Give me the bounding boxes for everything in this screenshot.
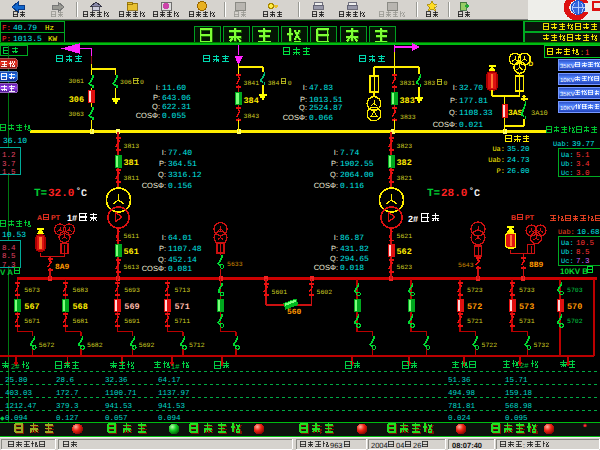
svg-text:0.021: 0.021	[459, 121, 483, 130]
svg-text:568.98: 568.98	[505, 402, 532, 411]
svg-text:8.4: 8.4	[2, 244, 16, 253]
svg-text:5722: 5722	[482, 342, 498, 349]
svg-text:COSΦ:: COSΦ:	[314, 181, 338, 190]
svg-text:32.0: 32.0	[48, 188, 74, 200]
svg-text:643.06: 643.06	[162, 94, 191, 103]
svg-text:I:: I:	[303, 83, 307, 92]
svg-text:5713: 5713	[175, 287, 191, 294]
svg-text:567: 567	[24, 302, 39, 312]
svg-text:172.7: 172.7	[56, 389, 79, 398]
svg-text:3.0: 3.0	[576, 169, 590, 178]
svg-text:403.03: 403.03	[5, 389, 33, 398]
svg-text:2#: 2#	[408, 214, 418, 224]
svg-text:3.4: 3.4	[576, 160, 590, 169]
svg-text:0.127: 0.127	[56, 414, 79, 423]
svg-text:3823: 3823	[397, 143, 413, 150]
svg-text:5721: 5721	[467, 318, 483, 325]
svg-text:3813: 3813	[124, 143, 140, 150]
svg-text:Uab:: Uab:	[488, 156, 505, 165]
svg-text:5672: 5672	[39, 342, 55, 349]
svg-text:V A: V A	[0, 268, 13, 277]
svg-text:32.36: 32.36	[105, 376, 128, 385]
svg-text:26.00: 26.00	[507, 167, 530, 176]
svg-text:A: A	[37, 215, 42, 222]
svg-text:P:: P:	[450, 96, 457, 105]
svg-text:08:07:40: 08:07:40	[452, 441, 482, 450]
svg-text:5673: 5673	[24, 287, 40, 294]
svg-text:26: 26	[413, 441, 421, 450]
svg-text:Uc:: Uc:	[561, 170, 574, 178]
svg-text:5723: 5723	[467, 287, 483, 294]
svg-text:Ub:: Ub:	[561, 248, 574, 257]
svg-text:3A10: 3A10	[531, 110, 548, 118]
svg-text:Q:: Q:	[330, 254, 338, 263]
svg-text:2004: 2004	[371, 441, 388, 450]
svg-text:1100.71: 1100.71	[105, 389, 137, 398]
svg-text:B: B	[511, 215, 516, 222]
svg-text:963: 963	[330, 441, 343, 450]
svg-text:571: 571	[175, 302, 190, 312]
svg-text:382: 382	[397, 158, 412, 168]
svg-text:2524.87: 2524.87	[309, 104, 343, 113]
svg-text:5613: 5613	[124, 264, 140, 271]
svg-text:5703: 5703	[567, 287, 583, 294]
svg-text:3AS: 3AS	[508, 109, 523, 118]
svg-text:5731: 5731	[519, 318, 535, 325]
svg-text:P:: P:	[331, 244, 338, 253]
svg-text:Ua:: Ua:	[561, 240, 574, 248]
svg-text:COSΦ:: COSΦ:	[314, 263, 338, 272]
svg-text:77.40: 77.40	[168, 149, 192, 158]
svg-text:5643: 5643	[458, 262, 474, 269]
svg-text:◆: ◆	[0, 416, 5, 422]
svg-text:24.73: 24.73	[507, 156, 530, 165]
svg-text:PT: PT	[51, 215, 61, 222]
svg-text:COSΦ:: COSΦ:	[433, 120, 457, 129]
svg-text:3841: 3841	[244, 80, 260, 87]
svg-text:1107.48: 1107.48	[168, 245, 202, 254]
svg-text:3821: 3821	[397, 175, 413, 182]
svg-text:3316.12: 3316.12	[168, 171, 202, 180]
svg-text:941.53: 941.53	[105, 402, 133, 411]
svg-text:3831: 3831	[400, 80, 416, 87]
svg-text:2064.00: 2064.00	[340, 171, 374, 180]
svg-text:8.5: 8.5	[2, 252, 16, 261]
svg-text:36.10: 36.10	[3, 137, 27, 146]
svg-text:383: 383	[424, 80, 436, 87]
svg-text:0.094: 0.094	[5, 414, 28, 423]
svg-text:T=: T=	[34, 188, 48, 200]
svg-text:5621: 5621	[397, 233, 413, 240]
svg-text:COSΦ:: COSΦ:	[283, 113, 307, 122]
svg-text:0.094: 0.094	[158, 414, 181, 423]
svg-text:I:: I:	[334, 233, 338, 242]
svg-text:Hz: Hz	[45, 25, 54, 33]
svg-text:10.53: 10.53	[2, 231, 26, 240]
svg-text:561: 561	[124, 247, 139, 257]
svg-text:1#: 1#	[171, 362, 180, 371]
svg-text:15.71: 15.71	[505, 377, 528, 385]
svg-text:568: 568	[73, 302, 88, 312]
svg-text:570: 570	[567, 302, 582, 312]
svg-text:0.057: 0.057	[105, 414, 128, 423]
svg-text:3063: 3063	[68, 111, 84, 118]
svg-text:D: D	[529, 61, 534, 68]
svg-text:25.80: 25.80	[5, 376, 28, 385]
svg-text:10KV: 10KV	[560, 105, 575, 112]
svg-text:Q:: Q:	[449, 108, 457, 117]
svg-text:5733: 5733	[519, 287, 535, 294]
svg-text:35.20: 35.20	[507, 145, 530, 154]
svg-text:35KV: 35KV	[560, 91, 575, 98]
svg-text:40.79: 40.79	[13, 24, 37, 33]
svg-text:1: 1	[585, 48, 590, 57]
svg-text:560: 560	[287, 308, 302, 317]
svg-text:5601: 5601	[272, 289, 288, 296]
svg-text:5623: 5623	[397, 264, 413, 271]
svg-text:I:: I:	[156, 83, 160, 92]
svg-text:1#: 1#	[67, 213, 77, 223]
svg-text:5693: 5693	[124, 287, 140, 294]
svg-text:294.65: 294.65	[340, 255, 369, 264]
svg-text:622.31: 622.31	[162, 103, 191, 112]
svg-text:0.116: 0.116	[340, 182, 364, 191]
svg-text:1212.47: 1212.47	[5, 402, 37, 411]
svg-text:431.82: 431.82	[340, 245, 369, 254]
svg-text:1137.97: 1137.97	[158, 389, 190, 398]
